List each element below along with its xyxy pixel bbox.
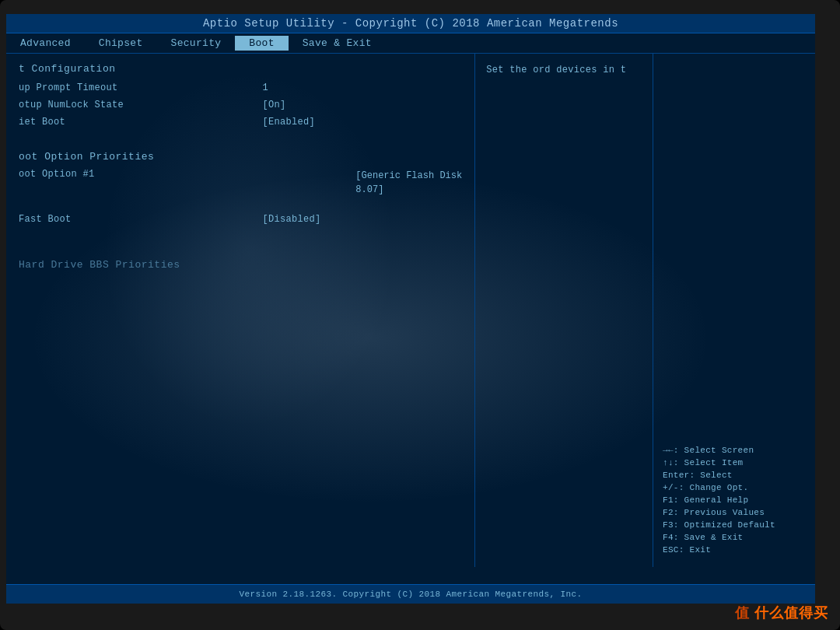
- value-boot-option1[interactable]: [Generic Flash Disk8.07]: [355, 169, 462, 197]
- settings-panel: t Configuration up Prompt Timeout 1 otup…: [6, 54, 475, 567]
- shortcut-enter: Enter: Select: [663, 471, 806, 480]
- menu-bar: Advanced Chipset Security Boot Save & Ex…: [6, 33, 815, 54]
- version-text: Version 2.18.1263. Copyright (C) 2018 Am…: [239, 590, 582, 599]
- watermark: 值 什么值得买: [735, 604, 828, 622]
- title-bar: Aptio Setup Utility - Copyright (C) 2018…: [6, 14, 815, 33]
- setting-numlock: otup NumLock State [On]: [19, 100, 462, 110]
- description-panel: Set the ord devices in t: [475, 54, 653, 567]
- shortcut-f3: F3: Optimized Default: [663, 520, 806, 530]
- label-boot-option1: oot Option #1: [19, 169, 263, 180]
- section2-header: oot Option Priorities: [19, 151, 462, 163]
- section1-header: t Configuration: [19, 63, 462, 75]
- bottom-bar: Version 2.18.1263. Copyright (C) 2018 Am…: [6, 584, 815, 604]
- label-quiet-boot: iet Boot: [19, 117, 263, 128]
- value-numlock[interactable]: [On]: [263, 100, 463, 110]
- shortcut-f1: F1: General Help: [663, 495, 806, 505]
- shortcut-select-screen: →←: Select Screen: [663, 446, 806, 455]
- menu-boot[interactable]: Boot: [235, 36, 288, 51]
- bios-screen: Aptio Setup Utility - Copyright (C) 2018…: [6, 14, 815, 604]
- setting-boot-option1: oot Option #1 [Generic Flash Disk8.07]: [19, 169, 462, 197]
- shortcut-select-item: ↑↓: Select Item: [663, 458, 806, 467]
- label-numlock: otup NumLock State: [19, 100, 263, 110]
- menu-chipset[interactable]: Chipset: [85, 36, 157, 51]
- menu-security[interactable]: Security: [157, 36, 236, 51]
- shortcut-change-opt: +/-: Change Opt.: [663, 483, 806, 492]
- value-fast-boot[interactable]: [Disabled]: [263, 214, 463, 225]
- shortcut-f2: F2: Previous Values: [663, 508, 806, 517]
- menu-save-exit[interactable]: Save & Exit: [289, 36, 386, 51]
- hard-drive-priorities[interactable]: Hard Drive BBS Priorities: [19, 259, 462, 271]
- setting-fast-boot: Fast Boot [Disabled]: [19, 214, 462, 225]
- label-prompt-timeout: up Prompt Timeout: [19, 82, 263, 93]
- shortcuts-panel: →←: Select Screen ↑↓: Select Item Enter:…: [653, 54, 815, 567]
- bezel: Aptio Setup Utility - Copyright (C) 2018…: [0, 0, 840, 630]
- main-content: t Configuration up Prompt Timeout 1 otup…: [6, 54, 815, 567]
- value-quiet-boot[interactable]: [Enabled]: [263, 117, 463, 128]
- description-text: Set the ord devices in t: [486, 63, 642, 78]
- menu-advanced[interactable]: Advanced: [6, 36, 85, 51]
- shortcut-f4: F4: Save & Exit: [663, 533, 806, 542]
- shortcut-esc: ESC: Exit: [663, 545, 806, 555]
- setting-prompt-timeout: up Prompt Timeout 1: [19, 82, 462, 93]
- setting-quiet-boot: iet Boot [Enabled]: [19, 117, 462, 128]
- value-prompt-timeout[interactable]: 1: [263, 82, 463, 93]
- label-fast-boot: Fast Boot: [19, 214, 263, 225]
- title-text: Aptio Setup Utility - Copyright (C) 2018…: [203, 17, 618, 30]
